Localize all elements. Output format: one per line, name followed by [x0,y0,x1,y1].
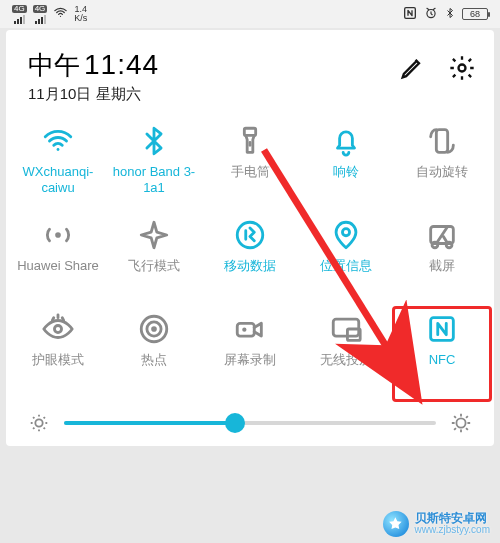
wifi-icon [41,124,75,158]
tile-wifi[interactable]: WXchuanqi-caiwu [10,124,106,210]
tile-huawei-share[interactable]: Huawei Share [10,218,106,304]
clock-block[interactable]: 中午 11:44 11月10日 星期六 [28,48,159,104]
svg-point-22 [35,419,42,426]
tile-label: 移动数据 [224,258,276,274]
slider-thumb[interactable] [225,413,245,433]
share-wave-icon [41,218,75,252]
status-right: 68 [402,5,488,24]
tile-screen-record[interactable]: 屏幕录制 [202,312,298,398]
eye-icon [41,312,75,346]
tile-label: honor Band 3-1a1 [109,164,199,197]
watermark-line2: www.zjbstyy.com [415,525,490,536]
slider-fill [64,421,235,425]
tile-location[interactable]: 位置信息 [298,218,394,304]
tile-label: WXchuanqi-caiwu [13,164,103,197]
tile-eye-comfort[interactable]: 护眼模式 [10,312,106,398]
svg-point-18 [242,328,246,332]
sim2-signal: 4G [33,5,48,24]
location-pin-icon [329,218,363,252]
brightness-low-icon [28,412,50,434]
nfc-status-icon [402,5,418,24]
time-ampm: 中午 [28,48,80,83]
hotspot-icon [137,312,171,346]
tile-label: 无线投屏 [320,352,372,368]
watermark-logo-icon [383,511,409,537]
tile-flashlight[interactable]: 手电筒 [202,124,298,210]
tile-label: 护眼模式 [32,352,84,368]
cast-icon [329,312,363,346]
brightness-high-icon [450,412,472,434]
nfc-icon [425,312,459,346]
tile-bluetooth[interactable]: honor Band 3-1a1 [106,124,202,210]
brightness-slider-row [6,398,494,434]
tiles-grid: WXchuanqi-caiwu honor Band 3-1a1 手电筒 响铃 [6,110,494,398]
tile-label: 响铃 [333,164,359,180]
mobile-data-icon [233,218,267,252]
tile-mobile-data[interactable]: 移动数据 [202,218,298,304]
watermark: 贝斯特安卓网 www.zjbstyy.com [383,511,490,537]
svg-point-9 [342,229,349,236]
tile-nfc[interactable]: NFC [394,312,490,398]
tile-cast[interactable]: 无线投屏 [298,312,394,398]
bluetooth-status-icon [444,6,456,23]
status-bar: 4G 4G 1.4 K/s 68 [0,0,500,28]
tile-label: 飞行模式 [128,258,180,274]
sim1-signal: 4G [12,5,27,24]
wifi-status-icon [53,5,68,23]
date-text: 11月10日 星期六 [28,85,159,104]
svg-point-13 [54,325,61,332]
svg-point-23 [456,418,465,427]
flashlight-icon [233,124,267,158]
time-hhmm: 11:44 [84,49,159,81]
bluetooth-icon [137,124,171,158]
scissors-icon [425,218,459,252]
rotate-icon [425,124,459,158]
airplane-icon [137,218,171,252]
tile-label: 自动旋转 [416,164,468,180]
quick-settings-panel: 中午 11:44 11月10日 星期六 WXchuanqi-caiwu [6,30,494,446]
status-left: 4G 4G 1.4 K/s [12,5,87,24]
tile-label: Huawei Share [17,258,99,274]
tile-ringer[interactable]: 响铃 [298,124,394,210]
tile-label: 热点 [141,352,167,368]
tile-label: NFC [429,352,456,368]
svg-point-7 [55,232,61,238]
edit-icon[interactable] [398,54,426,82]
tile-airplane[interactable]: 飞行模式 [106,218,202,304]
battery-indicator: 68 [462,8,488,20]
bell-icon [329,124,363,158]
tile-auto-rotate[interactable]: 自动旋转 [394,124,490,210]
alarm-status-icon [424,6,438,23]
svg-rect-6 [436,130,447,153]
tile-label: 手电筒 [231,164,270,180]
svg-point-14 [151,326,157,332]
svg-point-3 [57,148,60,151]
network-rate: 1.4 K/s [74,5,87,23]
tile-screenshot[interactable]: 截屏 [394,218,490,304]
settings-gear-icon[interactable] [448,54,476,82]
svg-point-2 [459,65,466,72]
panel-header: 中午 11:44 11月10日 星期六 [6,30,494,110]
camcorder-icon [233,312,267,346]
tile-hotspot[interactable]: 热点 [106,312,202,398]
tile-label: 屏幕录制 [224,352,276,368]
tile-label: 截屏 [429,258,455,274]
tile-label: 位置信息 [320,258,372,274]
brightness-slider[interactable] [64,421,436,425]
